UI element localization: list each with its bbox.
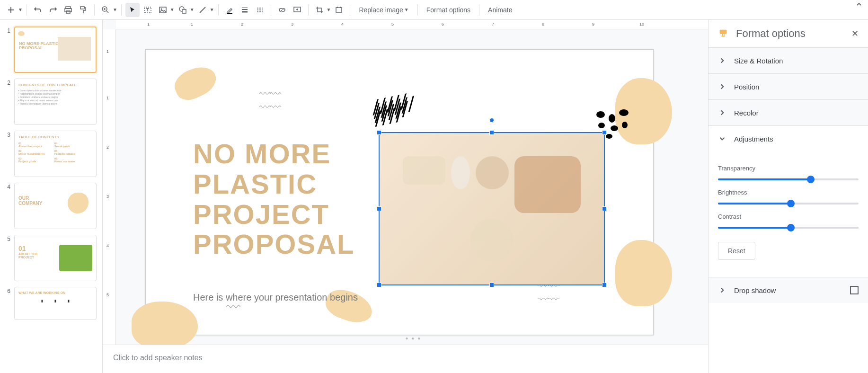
notes-drag-handle[interactable]: ● ● ● <box>406 336 422 341</box>
transparency-label: Transparency <box>718 165 859 172</box>
resize-handle[interactable] <box>377 206 381 211</box>
thumb-number: 6 <box>4 287 10 320</box>
shape-button[interactable] <box>176 3 190 17</box>
resize-handle[interactable] <box>489 283 494 287</box>
transparency-slider[interactable] <box>718 178 859 180</box>
resize-handle[interactable] <box>377 283 381 287</box>
line-dropdown[interactable]: ▼ <box>210 7 214 12</box>
decoration-blob <box>132 302 198 349</box>
slide-canvas[interactable]: 112345678910 112345 〰〰〰〰 〰〰〰〰 〰 ╱╱╱╱╱╱╱╱… <box>103 20 708 373</box>
new-slide-button[interactable] <box>4 3 18 17</box>
slide-thumbnail-3[interactable]: TABLE OF CONTENTS 01About the project02M… <box>14 131 97 177</box>
redo-button[interactable] <box>46 3 60 17</box>
svg-rect-6 <box>159 7 166 13</box>
svg-rect-12 <box>336 8 342 12</box>
decoration-blob <box>170 61 221 105</box>
thumb-number: 4 <box>4 183 10 229</box>
chevron-right-icon <box>718 56 726 65</box>
reset-image-button[interactable] <box>332 3 346 17</box>
print-button[interactable] <box>61 3 75 17</box>
new-slide-dropdown[interactable]: ▼ <box>18 7 23 12</box>
comment-button[interactable] <box>290 3 304 17</box>
slide-thumbnail-2[interactable]: CONTENTS OF THIS TEMPLATE ▪ Lorem ipsum … <box>14 79 97 125</box>
adjustments-section: Transparency Brightness Contrast Reset <box>709 151 868 271</box>
brightness-label: Brightness <box>718 189 859 196</box>
main-toolbar: ▼ ▼ ▼ ▼ ▼ ▼ Replace image▼ Format option… <box>0 0 868 20</box>
replace-image-button[interactable]: Replace image▼ <box>354 3 413 17</box>
crop-button[interactable] <box>312 3 327 17</box>
zoom-dropdown[interactable]: ▼ <box>113 7 117 12</box>
select-tool-button[interactable] <box>125 3 140 17</box>
slide-thumbnail-6[interactable]: WHAT WE ARE WORKING ON ▮▮▮ <box>14 287 97 320</box>
chevron-down-icon <box>718 134 726 143</box>
slide-thumbnail-4[interactable]: OURCOMPANY <box>14 183 97 229</box>
format-options-icon <box>718 28 728 39</box>
format-options-panel: Format options ✕ Size & Rotation Positio… <box>708 20 868 373</box>
thumb-number: 3 <box>4 131 10 177</box>
chevron-right-icon <box>718 108 726 117</box>
recolor-section[interactable]: Recolor <box>709 99 868 125</box>
svg-rect-13 <box>720 30 727 34</box>
resize-handle[interactable] <box>602 130 607 135</box>
contrast-label: Contrast <box>718 213 859 220</box>
decoration-dots: ╱╱╱╱╱╱╱╱╱╱╱╱╱╱╱╱╱╱╱╱ <box>372 98 417 121</box>
adjustments-section-header[interactable]: Adjustments <box>709 125 868 151</box>
thumb-number: 5 <box>4 235 10 281</box>
resize-handle[interactable] <box>377 130 381 135</box>
slide-thumbnails-panel: 1 NO MORE PLASTIC PROJECT PROPOSAL 2 CON… <box>0 20 103 373</box>
slide-editor[interactable]: 〰〰〰〰 〰〰〰〰 〰 ╱╱╱╱╱╱╱╱╱╱╱╱╱╱╱╱╱╱╱╱ NO MORE… <box>145 49 654 335</box>
zoom-button[interactable] <box>98 3 113 17</box>
image-dropdown[interactable]: ▼ <box>170 7 175 12</box>
border-color-button[interactable] <box>222 3 237 17</box>
decoration-wave: 〰〰〰〰 <box>259 88 280 114</box>
border-weight-button[interactable] <box>238 3 252 17</box>
slide-title[interactable]: NO MORE PLASTIC PROJECT PROPOSAL <box>193 139 355 259</box>
reset-button[interactable]: Reset <box>718 242 755 260</box>
drop-shadow-checkbox[interactable] <box>850 286 859 294</box>
svg-rect-9 <box>182 9 186 13</box>
contrast-slider[interactable] <box>718 227 859 229</box>
format-options-button[interactable]: Format options <box>422 3 475 17</box>
slide-subtitle[interactable]: Here is where your presentation begins <box>193 292 358 303</box>
shape-dropdown[interactable]: ▼ <box>190 7 195 12</box>
selected-image[interactable] <box>379 132 605 285</box>
position-section[interactable]: Position <box>709 73 868 99</box>
brightness-slider[interactable] <box>718 203 859 204</box>
speaker-notes[interactable]: Click to add speaker notes <box>103 345 708 373</box>
close-panel-button[interactable]: ✕ <box>851 28 859 39</box>
decoration-blob <box>322 285 376 328</box>
border-dash-button[interactable] <box>253 3 267 17</box>
slide-thumbnail-5[interactable]: 01 ABOUT THEPROJECT <box>14 235 97 281</box>
thumb-number: 2 <box>4 79 10 125</box>
rotation-handle[interactable] <box>489 118 494 123</box>
vertical-ruler: 112345 <box>103 29 116 373</box>
drop-shadow-section[interactable]: Drop shadow <box>709 277 868 303</box>
thumb-number: 1 <box>4 27 10 73</box>
svg-rect-1 <box>65 9 71 12</box>
crop-dropdown[interactable]: ▼ <box>327 7 331 12</box>
svg-rect-10 <box>227 13 232 14</box>
resize-handle[interactable] <box>489 130 494 135</box>
svg-rect-3 <box>80 7 84 9</box>
undo-button[interactable] <box>31 3 45 17</box>
paint-format-button[interactable] <box>76 3 90 17</box>
textbox-button[interactable] <box>141 3 155 17</box>
panel-title: Format options <box>736 27 844 40</box>
animate-button[interactable]: Animate <box>483 3 517 17</box>
resize-handle[interactable] <box>602 283 607 287</box>
decoration-blob <box>615 240 672 306</box>
link-button[interactable] <box>275 3 289 17</box>
resize-handle[interactable] <box>602 206 607 211</box>
hide-toolbar-button[interactable] <box>856 1 862 9</box>
slide-thumbnail-1[interactable]: NO MORE PLASTIC PROJECT PROPOSAL <box>14 27 97 73</box>
chevron-right-icon <box>718 286 726 294</box>
image-button[interactable] <box>156 3 170 17</box>
line-button[interactable] <box>195 3 210 17</box>
horizontal-ruler: 112345678910 <box>116 20 708 29</box>
chevron-right-icon <box>718 82 726 91</box>
size-rotation-section[interactable]: Size & Rotation <box>709 47 868 73</box>
